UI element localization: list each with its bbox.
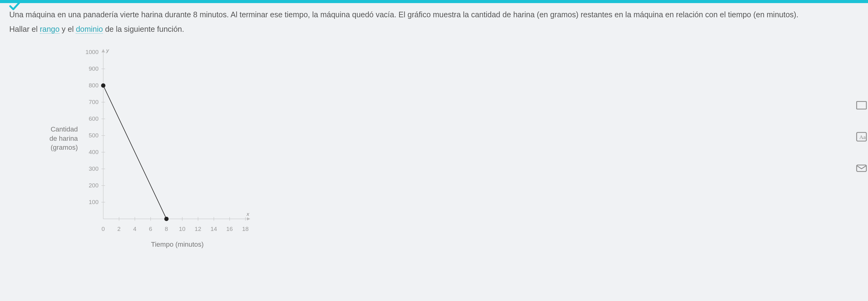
x-tick-6: 6 (149, 225, 152, 233)
svg-rect-26 (857, 102, 866, 109)
svg-point-24 (101, 83, 105, 88)
y-var-label: y (106, 46, 109, 55)
svg-rect-29 (857, 165, 866, 172)
problem-question: Hallar el rango y el dominio de la sigui… (9, 23, 856, 35)
x-tick-4: 4 (133, 225, 136, 233)
link-rango[interactable]: rango (40, 25, 60, 34)
y-tick-800: 800 (89, 81, 99, 90)
y-tick-200: 200 (89, 181, 99, 190)
chart-svg (82, 46, 255, 237)
problem-content: Una máquina en una panadería vierte hari… (0, 3, 868, 250)
y-tick-900: 900 (89, 64, 99, 73)
y-tick-700: 700 (89, 98, 99, 106)
chart-plot-area: 1002003004005006007008009001000024681012… (82, 46, 255, 237)
svg-text:Aa: Aa (859, 134, 866, 140)
svg-point-25 (164, 217, 168, 221)
q-mid: y el (60, 25, 76, 33)
font-icon[interactable]: Aa (855, 130, 868, 143)
mail-icon[interactable] (855, 162, 868, 175)
x-var-label: x (247, 210, 249, 218)
link-dominio[interactable]: dominio (76, 25, 103, 34)
problem-statement: Una máquina en una panadería vierte hari… (9, 9, 856, 21)
y-axis-label: Cantidad de harina (gramos) (50, 125, 78, 152)
window-icon[interactable] (855, 99, 868, 112)
ylabel-l2: de harina (50, 134, 78, 143)
x-tick-18: 18 (242, 225, 249, 233)
y-tick-300: 300 (89, 164, 99, 173)
svg-marker-3 (102, 49, 105, 52)
y-tick-1000: 1000 (85, 47, 98, 57)
x-tick-8: 8 (165, 225, 168, 233)
q-pre: Hallar el (9, 25, 40, 33)
q-post: de la siguiente función. (103, 25, 184, 33)
svg-line-23 (103, 86, 166, 219)
y-tick-400: 400 (89, 147, 99, 157)
x-tick-10: 10 (179, 225, 185, 233)
ylabel-l1: Cantidad (50, 125, 78, 134)
ylabel-l3: (gramos) (50, 143, 78, 152)
y-tick-600: 600 (89, 114, 99, 123)
x-tick-0: 0 (101, 225, 105, 233)
top-accent-bar (0, 0, 868, 3)
chart-container: Cantidad de harina (gramos) 100200300400… (50, 46, 856, 250)
y-tick-100: 100 (89, 198, 99, 206)
x-tick-12: 12 (195, 225, 201, 233)
x-axis-label: Tiempo (minutos) (100, 239, 255, 250)
checkmark-icon (9, 1, 21, 13)
y-tick-500: 500 (89, 131, 99, 140)
side-toolbar: Aa (855, 99, 868, 175)
x-tick-2: 2 (118, 225, 121, 233)
x-tick-14: 14 (211, 225, 217, 233)
x-tick-16: 16 (226, 225, 233, 233)
